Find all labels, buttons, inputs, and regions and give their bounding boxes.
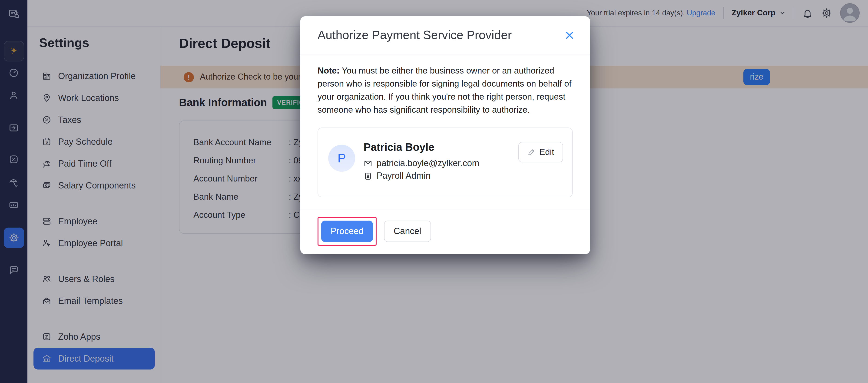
id-badge-icon [364, 172, 372, 180]
modal-header: Authorize Payment Service Provider [300, 16, 590, 54]
edit-authorizer-button[interactable]: Edit [518, 142, 563, 163]
proceed-highlight-box: Proceed [317, 217, 377, 246]
cancel-button[interactable]: Cancel [384, 220, 431, 242]
modal-body: Note: You must be either the business ow… [300, 54, 590, 209]
proceed-button[interactable]: Proceed [321, 220, 373, 242]
authorizer-role: Payroll Admin [377, 171, 431, 181]
pencil-icon [527, 148, 535, 156]
authorizer-email-row: patricia.boyle@zylker.com [364, 158, 479, 169]
close-icon [564, 30, 575, 41]
edit-button-label: Edit [539, 147, 554, 157]
authorizer-email: patricia.boyle@zylker.com [377, 158, 479, 169]
authorizer-role-row: Payroll Admin [364, 171, 479, 181]
modal-note: Note: You must be either the business ow… [317, 64, 573, 116]
authorize-psp-modal: Authorize Payment Service Provider Note:… [300, 16, 590, 254]
zoho-payroll-app: Your trial expires in 14 day(s).Upgrade … [0, 0, 868, 383]
authorizer-name: Patricia Boyle [364, 141, 479, 154]
modal-title: Authorize Payment Service Provider [317, 28, 564, 42]
modal-footer: Proceed Cancel [300, 209, 590, 254]
envelope-icon [364, 159, 372, 168]
authorizer-card: P Patricia Boyle patricia.boyle@zylker.c… [317, 127, 573, 197]
authorizer-details: Patricia Boyle patricia.boyle@zylker.com… [364, 139, 479, 197]
authorizer-avatar: P [328, 145, 355, 172]
modal-close-button[interactable] [564, 30, 575, 41]
note-label: Note: [317, 66, 340, 76]
note-text: You must be either the business owner or… [317, 66, 571, 115]
